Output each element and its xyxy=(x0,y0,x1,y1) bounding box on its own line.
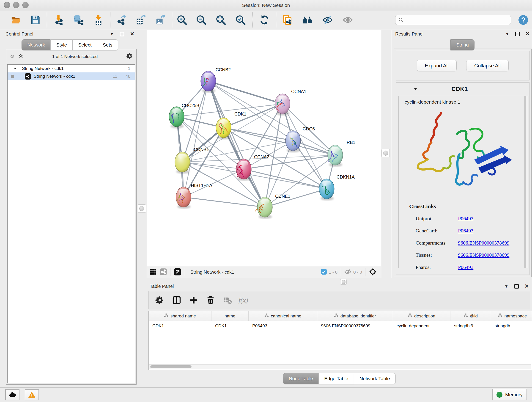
network-edge[interactable] xyxy=(208,81,283,104)
table-cell[interactable]: stringdb:9... xyxy=(450,321,491,331)
zoom-in-icon[interactable] xyxy=(177,14,187,26)
network-node-rb1[interactable]: RB1 xyxy=(328,140,355,167)
close-panel-icon[interactable]: ✕ xyxy=(525,284,529,289)
tab-network-table[interactable]: Network Table xyxy=(354,373,396,384)
save-session-icon[interactable] xyxy=(30,14,41,26)
crosslink-value-link[interactable]: P06493 xyxy=(458,216,473,222)
clone-network-icon[interactable] xyxy=(282,14,293,26)
network-node-cdkn1a[interactable]: CDKN1A xyxy=(319,174,355,201)
zoom-selected-icon[interactable] xyxy=(235,14,246,26)
column-header-database-identifier[interactable]: database identifier xyxy=(317,311,393,321)
scrollbar-thumb[interactable] xyxy=(150,365,191,368)
column-header-name[interactable]: name xyxy=(211,311,249,321)
float-panel-icon[interactable] xyxy=(120,32,124,36)
table-cell[interactable]: CDK1 xyxy=(149,321,211,331)
left-splitter[interactable] xyxy=(138,30,146,385)
tab-select[interactable]: Select xyxy=(72,39,97,51)
network-canvas[interactable]: CCNB2CCNA1CDC25BCDK1CDC6RB1CCNB1CCNA2CDK… xyxy=(147,30,381,266)
crosslink-value-link[interactable]: 9606.ENSP00000378699 xyxy=(458,252,509,258)
section-collapse-triangle-icon[interactable] xyxy=(413,87,418,91)
first-neighbors-icon[interactable] xyxy=(302,14,313,26)
tab-node-table[interactable]: Node Table xyxy=(283,373,319,384)
open-session-icon[interactable] xyxy=(11,14,22,26)
table-options-gear-icon[interactable] xyxy=(154,294,166,306)
collapse-panel-icon[interactable]: ▼ xyxy=(505,284,508,288)
network-edge[interactable] xyxy=(208,81,335,155)
warnings-button[interactable] xyxy=(25,389,39,400)
show-columns-icon[interactable] xyxy=(171,294,183,306)
network-collection-row[interactable]: String Network - cdk1 1 xyxy=(7,65,135,72)
table-horizontal-scrollbar[interactable] xyxy=(149,364,531,369)
network-edge[interactable] xyxy=(184,81,208,197)
column-header-description[interactable]: description xyxy=(393,311,450,321)
float-panel-icon[interactable] xyxy=(515,32,520,36)
network-edge[interactable] xyxy=(208,81,265,207)
export-table-icon[interactable] xyxy=(135,14,146,26)
column-header-namespace[interactable]: namespace xyxy=(491,311,532,321)
crosslink-value-link[interactable]: P06493 xyxy=(458,264,473,270)
collapse-panel-icon[interactable]: ▼ xyxy=(505,32,509,36)
expand-all-button[interactable]: Expand All xyxy=(417,60,457,71)
table-cell[interactable]: CDK1 xyxy=(211,321,249,331)
table-cell[interactable]: stringdb xyxy=(491,321,532,331)
zoom-fit-content-icon[interactable] xyxy=(215,14,226,26)
network-edge[interactable] xyxy=(184,197,265,207)
tab-sets[interactable]: Sets xyxy=(97,39,118,51)
collapse-all-button[interactable]: Collapse All xyxy=(466,60,509,71)
crosslink-value-link[interactable]: P06493 xyxy=(458,228,473,234)
clear-table-icon[interactable] xyxy=(222,294,234,306)
delete-column-icon[interactable] xyxy=(205,294,216,306)
network-options-gear-icon[interactable] xyxy=(126,53,133,61)
column-header--id[interactable]: @id xyxy=(450,311,491,321)
export-network-icon[interactable] xyxy=(116,14,127,26)
memory-button[interactable]: Memory xyxy=(492,389,527,400)
tab-network[interactable]: Network xyxy=(22,39,51,51)
network-node-cdk1[interactable]: CDK1 xyxy=(216,111,246,139)
selected-checkbox-icon[interactable] xyxy=(321,269,327,276)
network-share-view-icon[interactable] xyxy=(160,268,167,276)
add-column-icon[interactable] xyxy=(188,294,200,306)
cloud-button[interactable] xyxy=(5,389,19,400)
table-cell[interactable]: 9606.ENSP00000378699 xyxy=(317,321,393,331)
show-all-icon[interactable] xyxy=(342,14,353,26)
import-network-from-file-icon[interactable] xyxy=(53,14,64,26)
search-field[interactable] xyxy=(404,17,508,23)
network-edges[interactable] xyxy=(177,81,335,207)
network-edge[interactable] xyxy=(244,169,327,189)
table-row[interactable]: CDK1CDK1P064939606.ENSP00000378699cyclin… xyxy=(149,321,532,331)
node-section-title[interactable]: CDK1 xyxy=(418,85,502,93)
right-splitter[interactable] xyxy=(381,30,391,278)
hide-selected-icon[interactable] xyxy=(322,14,333,26)
crosslink-value-link[interactable]: 9606.ENSP00000378699 xyxy=(458,240,509,246)
collapse-all-networks-icon[interactable] xyxy=(18,53,24,60)
function-builder-icon[interactable]: f(x) xyxy=(239,296,248,304)
network-edge[interactable] xyxy=(265,189,327,207)
import-network-from-database-icon[interactable] xyxy=(73,14,84,26)
network-row[interactable]: String Network - cdk1 11 48 xyxy=(7,72,135,80)
table-cell[interactable]: P06493 xyxy=(249,321,317,331)
close-panel-icon[interactable]: ✕ xyxy=(130,32,134,36)
table-cell[interactable]: cyclin-dependent ... xyxy=(393,321,450,331)
help-icon[interactable]: ? xyxy=(518,14,529,26)
tab-edge-table[interactable]: Edge Table xyxy=(318,373,354,384)
table-splitter-handle[interactable] xyxy=(340,279,347,285)
import-table-from-file-icon[interactable] xyxy=(93,14,104,26)
export-image-icon[interactable] xyxy=(155,14,166,26)
network-view[interactable]: CCNB2CCNA1CDC25BCDK1CDC6RB1CCNB1CCNA2CDK… xyxy=(147,30,381,278)
tab-style[interactable]: Style xyxy=(51,39,73,51)
refresh-icon[interactable] xyxy=(259,14,270,26)
expand-all-networks-icon[interactable] xyxy=(9,53,15,60)
grid-view-icon[interactable] xyxy=(150,268,157,276)
open-in-new-window-icon[interactable] xyxy=(174,268,181,277)
close-panel-icon[interactable]: ✕ xyxy=(526,32,530,36)
birdseye-view-icon[interactable] xyxy=(369,268,377,277)
results-scrollbar[interactable] xyxy=(525,96,529,268)
search-input[interactable] xyxy=(395,15,511,25)
collapse-triangle-icon[interactable] xyxy=(13,67,17,70)
collapse-panel-icon[interactable]: ▼ xyxy=(110,32,114,36)
left-splitter-handle[interactable] xyxy=(138,204,146,213)
network-node-ccnb2[interactable]: CCNB2 xyxy=(201,67,231,93)
tab-string[interactable]: String xyxy=(450,39,475,51)
column-header-shared-name[interactable]: shared name xyxy=(149,311,211,321)
right-splitter-handle[interactable] xyxy=(381,149,390,157)
